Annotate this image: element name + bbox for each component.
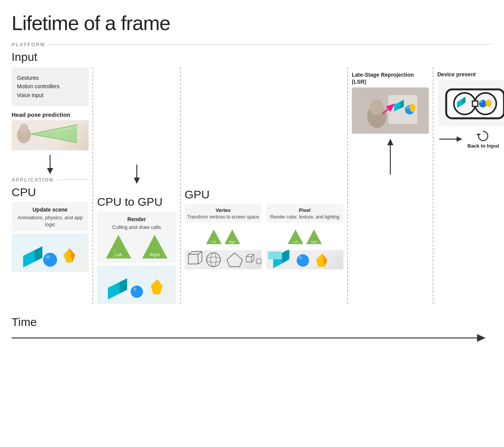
svg-point-68 bbox=[407, 106, 409, 109]
svg-marker-44 bbox=[227, 253, 242, 267]
vertex-desc: Transform vertices to screen space bbox=[187, 214, 259, 220]
pixel-desc: Render color, texture, and lighting bbox=[269, 214, 341, 220]
arrow-down-cpu bbox=[12, 150, 89, 177]
svg-line-46 bbox=[246, 254, 249, 257]
svg-line-37 bbox=[198, 252, 202, 254]
page-title: Lifetime of a frame bbox=[12, 12, 492, 35]
back-to-input-section: Back to Input bbox=[467, 129, 499, 150]
svg-marker-23 bbox=[119, 278, 127, 294]
back-to-input-label: Back to Input bbox=[467, 143, 499, 150]
svg-point-24 bbox=[131, 286, 143, 298]
svg-line-47 bbox=[252, 254, 254, 257]
input-item-voice: Voice input bbox=[17, 91, 83, 99]
svg-point-42 bbox=[207, 257, 220, 262]
divider-gpu-lsr bbox=[347, 67, 348, 304]
vertex-card: Vertex Transform vertices to screen spac… bbox=[185, 204, 262, 223]
svg-point-82 bbox=[480, 101, 482, 103]
svg-point-81 bbox=[479, 100, 487, 108]
render-desc: Culling and draw calls bbox=[101, 224, 172, 231]
gpu-col-title: GPU bbox=[185, 188, 343, 201]
vertex-title: Vertex bbox=[187, 207, 259, 213]
svg-text:Right: Right bbox=[150, 252, 160, 257]
arrow-up-lsr bbox=[352, 134, 429, 178]
gpu-obj-gap bbox=[263, 250, 265, 269]
gpu-tri-gap bbox=[263, 224, 265, 249]
svg-point-11 bbox=[43, 253, 57, 267]
svg-rect-35 bbox=[188, 254, 198, 264]
svg-marker-8 bbox=[23, 250, 35, 267]
svg-line-38 bbox=[198, 261, 202, 264]
update-scene-card: Update scene Animations, physics, and ap… bbox=[12, 202, 89, 231]
svg-marker-10 bbox=[35, 246, 42, 262]
col-cpu-gpu: APPLICATION CPU to GPU Render Culling an… bbox=[97, 67, 176, 304]
pixel-objects bbox=[266, 250, 343, 269]
update-scene-title: Update scene bbox=[15, 207, 85, 213]
svg-point-51 bbox=[256, 259, 262, 264]
svg-text:Right: Right bbox=[311, 240, 317, 243]
svg-marker-7 bbox=[47, 168, 53, 174]
head-pose-image-1 bbox=[12, 120, 89, 150]
svg-point-43 bbox=[211, 253, 216, 267]
gpu-triangles-row: Left Right Left Right bbox=[185, 224, 343, 249]
pixel-title: Pixel bbox=[269, 207, 341, 213]
svg-marker-26 bbox=[151, 279, 163, 294]
col-cpu: Gestures Motion controllers Voice input … bbox=[12, 67, 89, 272]
input-item-gestures: Gestures bbox=[17, 74, 83, 82]
svg-rect-55 bbox=[268, 252, 282, 259]
render-title: Render bbox=[101, 216, 172, 222]
device-image bbox=[437, 80, 504, 126]
arrow-down-cpugpu bbox=[97, 160, 176, 187]
triangle-left-cpugpu: Left bbox=[101, 233, 136, 260]
device-present-title: Device present bbox=[437, 71, 504, 77]
divider-cpugpu-gpu bbox=[180, 67, 181, 304]
time-row: Time bbox=[12, 316, 492, 346]
svg-marker-21 bbox=[108, 282, 119, 299]
render-triangles: Left Right bbox=[101, 233, 172, 260]
head-pose-label-1: Head pose prediction bbox=[12, 111, 89, 118]
platform-section-label: PLATFORM bbox=[12, 42, 492, 47]
svg-marker-86 bbox=[476, 134, 481, 136]
spacer-gpu-top bbox=[185, 67, 343, 179]
svg-marker-54 bbox=[282, 250, 289, 263]
svg-point-12 bbox=[46, 255, 50, 259]
svg-point-56 bbox=[297, 254, 309, 267]
svg-marker-72 bbox=[387, 139, 393, 145]
svg-point-57 bbox=[299, 256, 302, 259]
triangle-right-cpugpu: Right bbox=[137, 233, 173, 260]
svg-point-25 bbox=[133, 287, 136, 291]
svg-rect-45 bbox=[246, 257, 252, 262]
lsr-title: Late-Stage Reprojection (LSR) bbox=[352, 71, 429, 85]
svg-text:Left: Left bbox=[293, 240, 298, 243]
svg-point-62 bbox=[370, 100, 384, 115]
col-device: Device present bbox=[437, 67, 504, 161]
cpu-gpu-col-title: CPU to GPU bbox=[97, 195, 176, 208]
columns-area: Gestures Motion controllers Voice input … bbox=[12, 67, 492, 304]
svg-line-36 bbox=[188, 252, 192, 254]
lsr-image bbox=[352, 87, 429, 134]
svg-marker-85 bbox=[457, 136, 462, 142]
svg-point-41 bbox=[207, 253, 220, 267]
divider-lsr-device bbox=[433, 67, 433, 304]
col-lsr: Late-Stage Reprojection (LSR) bbox=[352, 67, 429, 187]
divider-cpu-cpugpu bbox=[92, 67, 93, 304]
svg-point-1 bbox=[20, 124, 28, 134]
pixel-card: Pixel Render color, texture, and lightin… bbox=[266, 204, 343, 223]
back-to-input-row: Back to Input bbox=[437, 126, 504, 153]
gpu-card-gap bbox=[263, 204, 265, 223]
vertex-triangles: Left Right bbox=[185, 224, 262, 249]
scene-objects-cpu bbox=[12, 234, 89, 272]
svg-text:Left: Left bbox=[212, 240, 216, 243]
svg-marker-16 bbox=[134, 178, 140, 184]
main-wrapper: Lifetime of a frame PLATFORM Input Gestu… bbox=[12, 12, 492, 346]
vertex-objects bbox=[185, 250, 262, 269]
time-arrow-line bbox=[12, 330, 492, 346]
input-section-title: Input bbox=[12, 50, 492, 64]
cpu-col-title: CPU bbox=[12, 186, 89, 199]
gpu-objects-row bbox=[185, 250, 343, 269]
svg-line-48 bbox=[252, 260, 254, 262]
application-section-label: APPLICATION bbox=[12, 177, 89, 183]
time-label: Time bbox=[12, 316, 492, 329]
svg-marker-88 bbox=[477, 334, 486, 342]
svg-text:Left: Left bbox=[115, 252, 123, 257]
svg-text:Right: Right bbox=[229, 240, 235, 243]
